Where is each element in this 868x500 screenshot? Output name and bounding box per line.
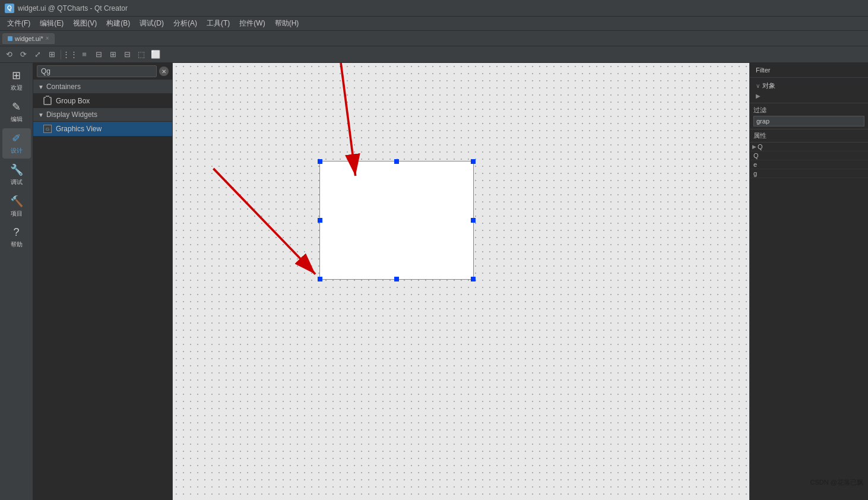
main-layout: ⊞ 欢迎 ✎ 编辑 ✐ 设计 🔧 调试 🔨 项目 ? 帮助 ✕ xyxy=(0,63,868,500)
category-containers-label: Containers xyxy=(46,83,81,91)
category-display-widgets-label: Display Widgets xyxy=(46,110,97,119)
property-expand-1: ▶ xyxy=(752,144,756,150)
sidebar-item-edit[interactable]: ✎ 编辑 xyxy=(2,97,31,127)
graphics-view-icon: G xyxy=(43,124,52,134)
menu-view[interactable]: 视图(V) xyxy=(68,17,102,30)
property-name-2: Q xyxy=(753,152,866,159)
menu-edit[interactable]: 编辑(E) xyxy=(35,17,68,30)
title-bar: Q widget.ui @ QTCharts - Qt Creator xyxy=(0,0,868,17)
edit-icon: ✎ xyxy=(12,100,21,113)
menu-controls[interactable]: 控件(W) xyxy=(235,17,270,30)
category-containers[interactable]: ▼ Containers xyxy=(33,80,172,94)
canvas-dotted-bg xyxy=(173,63,749,500)
sidebar-item-project[interactable]: 🔨 项目 xyxy=(2,191,31,221)
search-bar: ✕ xyxy=(33,63,172,80)
debug-icon: 🔧 xyxy=(10,163,23,176)
search-input[interactable] xyxy=(37,65,157,77)
handle-middle-left[interactable] xyxy=(318,218,322,223)
tab-label: widget.ui* xyxy=(15,35,43,42)
property-row-4: g xyxy=(750,169,868,178)
toolbar-btn-2[interactable]: ⟳ xyxy=(17,48,30,61)
menu-debug[interactable]: 调试(D) xyxy=(135,17,169,30)
widget-label-graphics-view: Graphics View xyxy=(56,125,102,133)
annotation-arrow xyxy=(173,63,749,500)
right-expand-row: ▶ xyxy=(753,91,864,100)
placed-graphics-view-widget[interactable] xyxy=(319,161,474,280)
right-filter-text-label: 过滤 xyxy=(753,106,864,115)
right-bottom-section: 过滤 属性 ▶ Q Q e g xyxy=(750,103,868,500)
app-icon: Q xyxy=(5,4,14,13)
right-object-label: 对象 xyxy=(762,81,775,90)
window-title: widget.ui @ QTCharts - Qt Creator xyxy=(18,4,128,12)
toolbar-btn-8[interactable]: ⊞ xyxy=(106,48,119,61)
tab-close-button[interactable]: × xyxy=(46,35,49,42)
menu-analyze[interactable]: 分析(A) xyxy=(169,17,202,30)
property-row-2: Q xyxy=(750,151,868,160)
watermark: CSDN @花落已飘 xyxy=(810,478,863,487)
tab-bar: widget.ui* × xyxy=(0,31,868,46)
designer-canvas[interactable] xyxy=(173,63,749,500)
toolbar-btn-1[interactable]: ⟲ xyxy=(2,48,15,61)
widget-item-graphics-view[interactable]: G Graphics View xyxy=(33,122,172,136)
group-box-icon-shape xyxy=(43,97,52,105)
toolbar-sep-1 xyxy=(61,50,61,59)
design-icon: ✐ xyxy=(12,132,21,145)
display-widgets-chevron: ▼ xyxy=(38,112,44,118)
graphics-icon-shape: G xyxy=(43,125,52,133)
svg-line-1 xyxy=(213,169,315,274)
sidebar-label-welcome: 欢迎 xyxy=(11,84,23,92)
toolbar-btn-7[interactable]: ⊟ xyxy=(92,48,105,61)
widget-label-group-box: Group Box xyxy=(56,97,90,105)
toolbar-btn-4[interactable]: ⊞ xyxy=(45,48,58,61)
handle-top-center[interactable] xyxy=(394,159,399,164)
welcome-icon: ⊞ xyxy=(12,69,21,82)
containers-chevron: ▼ xyxy=(38,84,44,90)
right-filter-label: Filter xyxy=(756,67,770,74)
property-row-1: ▶ Q xyxy=(750,143,868,151)
right-object-section: ∨ 对象 ▶ xyxy=(750,78,868,103)
menu-help[interactable]: 帮助(H) xyxy=(270,17,304,30)
property-name-3: e xyxy=(753,161,866,168)
left-sidebar: ⊞ 欢迎 ✎ 编辑 ✐ 设计 🔧 调试 🔨 项目 ? 帮助 xyxy=(0,63,33,500)
sidebar-label-project: 项目 xyxy=(11,210,23,218)
sidebar-label-design: 设计 xyxy=(11,147,23,155)
sidebar-label-help: 帮助 xyxy=(11,240,23,249)
help-icon: ? xyxy=(13,226,19,239)
category-display-widgets[interactable]: ▼ Display Widgets xyxy=(33,108,172,122)
widget-item-group-box[interactable]: Group Box xyxy=(33,94,172,108)
property-row-3: e xyxy=(750,160,868,169)
toolbar-btn-3[interactable]: ⤢ xyxy=(31,48,44,61)
menu-bar: 文件(F) 编辑(E) 视图(V) 构建(B) 调试(D) 分析(A) 工具(T… xyxy=(0,17,868,31)
sidebar-item-help[interactable]: ? 帮助 xyxy=(2,223,31,252)
tab-dot xyxy=(8,36,12,41)
sidebar-item-welcome[interactable]: ⊞ 欢迎 xyxy=(2,65,31,96)
right-filter-input[interactable] xyxy=(753,116,864,126)
handle-top-left[interactable] xyxy=(318,159,322,164)
widget-panel: ✕ ▼ Containers Group Box ▼ Display Widge… xyxy=(33,63,173,500)
handle-middle-right[interactable] xyxy=(471,218,476,223)
toolbar-btn-9[interactable]: ⊟ xyxy=(121,48,134,61)
menu-file[interactable]: 文件(F) xyxy=(2,17,35,30)
toolbar-btn-5[interactable]: ⋮⋮ xyxy=(64,48,77,61)
toolbar-btn-10[interactable]: ⬚ xyxy=(135,48,148,61)
tab-widget-ui[interactable]: widget.ui* × xyxy=(2,33,55,44)
handle-top-right[interactable] xyxy=(471,159,476,164)
right-object-row: ∨ 对象 xyxy=(753,80,864,91)
handle-bottom-right[interactable] xyxy=(471,277,476,281)
menu-tools[interactable]: 工具(T) xyxy=(202,17,235,30)
right-filter-section: Filter xyxy=(750,63,868,78)
property-section-label: 属性 xyxy=(750,129,868,143)
search-clear-button[interactable]: ✕ xyxy=(159,67,169,76)
property-name-4: g xyxy=(753,170,866,177)
right-panel: Filter ∨ 对象 ▶ 过滤 属性 ▶ Q Q xyxy=(749,63,868,500)
menu-build[interactable]: 构建(B) xyxy=(102,17,135,30)
sidebar-item-design[interactable]: ✐ 设计 xyxy=(2,128,31,159)
group-box-icon xyxy=(43,96,52,106)
handle-bottom-left[interactable] xyxy=(318,277,322,281)
handle-bottom-center[interactable] xyxy=(394,277,399,281)
right-filter-row: Filter xyxy=(753,65,864,75)
sidebar-item-debug[interactable]: 🔧 调试 xyxy=(2,160,31,190)
property-name-1: Q xyxy=(758,143,866,150)
toolbar-btn-11[interactable]: ⬜ xyxy=(149,48,162,61)
toolbar-btn-6[interactable]: ≡ xyxy=(78,48,91,61)
